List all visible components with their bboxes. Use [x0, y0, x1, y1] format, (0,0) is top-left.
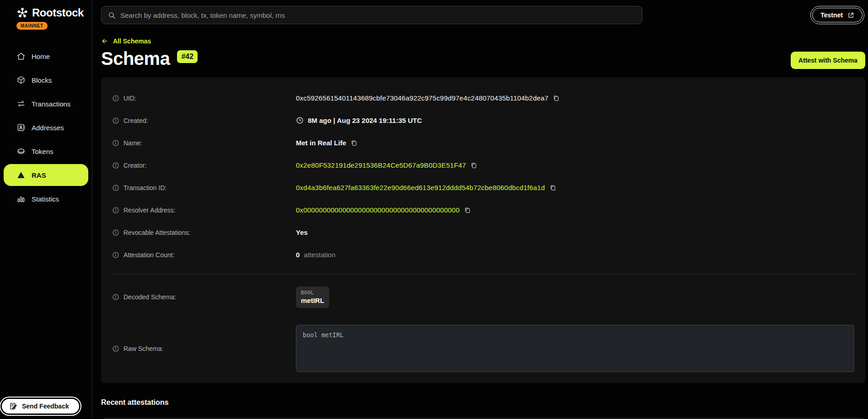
detail-row-created: Created: 8M ago | Aug 23 2024 19:11:35 U…	[112, 109, 854, 132]
network-badge: MAINNET	[16, 22, 48, 30]
attestation-count-suffix: attestation	[304, 251, 335, 259]
copy-icon[interactable]	[350, 139, 358, 147]
resolver-address-link[interactable]: 0x00000000000000000000000000000000000000…	[296, 206, 460, 214]
sidebar-item-label: Home	[32, 53, 50, 60]
testnet-button[interactable]: Testnet	[812, 8, 863, 22]
detail-label: UID:	[123, 95, 136, 102]
ras-icon	[16, 170, 26, 180]
copy-icon[interactable]	[552, 95, 560, 102]
blocks-icon	[16, 75, 26, 85]
creator-address-link[interactable]: 0x2e80F532191de291536B24Ce5D67a9B0D3E51F…	[296, 161, 466, 169]
detail-row-creator: Creator: 0x2e80F532191de291536B24Ce5D67a…	[112, 154, 854, 176]
feedback-icon	[9, 402, 17, 410]
sidebar-item-label: Statistics	[32, 195, 59, 203]
name-value: Met in Real Life	[296, 139, 346, 147]
arrow-left-icon	[101, 37, 108, 45]
sidebar-item-label: RAS	[32, 171, 46, 179]
created-value: 8M ago | Aug 23 2024 19:11:35 UTC	[308, 117, 422, 124]
attest-with-schema-button[interactable]: Attest with Schema	[791, 52, 865, 69]
info-icon	[112, 117, 119, 124]
transaction-id-link[interactable]: 0xd4a3b6fea627fa63363fe22e90d66ed613e912…	[296, 184, 545, 191]
addresses-icon	[16, 123, 26, 132]
sidebar-item-addresses[interactable]: Addresses	[4, 117, 88, 138]
revocable-value: Yes	[296, 228, 308, 236]
schema-field-name: metIRL	[301, 297, 324, 304]
detail-row-attestation-count: Attestation Count: 0 attestation	[112, 244, 854, 266]
brand-block: Rootstock MAINNET	[0, 6, 92, 30]
info-icon	[112, 293, 119, 301]
title-row: Schema #42 Attest with Schema	[101, 48, 865, 69]
copy-icon[interactable]	[549, 184, 557, 191]
page-title: Schema	[101, 48, 170, 69]
sidebar-item-label: Transactions	[32, 100, 70, 108]
detail-label: Decoded Schema:	[123, 293, 176, 301]
attestation-count-value: 0	[296, 251, 300, 259]
detail-row-raw-schema: Raw Schema: bool metIRL	[112, 325, 854, 372]
info-icon	[112, 229, 119, 236]
sidebar-item-transactions[interactable]: Transactions	[4, 93, 88, 115]
detail-label: Revocable Attestations:	[123, 229, 190, 236]
info-icon	[112, 139, 119, 147]
info-icon	[112, 162, 119, 169]
clock-icon	[296, 117, 304, 124]
schema-number-badge: #42	[177, 50, 198, 63]
back-link-label: All Schemas	[113, 37, 151, 45]
info-icon	[112, 95, 119, 102]
rootstock-logo-icon	[16, 7, 28, 19]
detail-label: Created:	[123, 117, 148, 124]
schema-field-type: BOOL	[301, 290, 324, 296]
testnet-label: Testnet	[820, 11, 843, 19]
sidebar-item-ras[interactable]: RAS	[4, 164, 88, 186]
detail-label: Raw Schema:	[123, 345, 163, 352]
topbar: Testnet	[101, 0, 865, 24]
tokens-icon	[16, 147, 26, 156]
statistics-icon	[16, 194, 26, 203]
info-icon	[112, 184, 119, 191]
detail-label: Creator:	[123, 162, 147, 169]
sidebar-item-statistics[interactable]: Statistics	[4, 188, 88, 210]
detail-row-uid: UID: 0xc59265615401143689cbfe73046a922c9…	[112, 87, 854, 109]
uid-value: 0xc59265615401143689cbfe73046a922c975c99…	[296, 94, 548, 102]
search-box[interactable]	[101, 6, 643, 24]
sidebar-item-tokens[interactable]: Tokens	[4, 140, 88, 162]
external-link-icon	[847, 12, 854, 19]
send-feedback-button[interactable]: Send Feedback	[2, 399, 79, 414]
sidebar-item-label: Blocks	[32, 76, 52, 84]
decoded-schema-chip: BOOL metIRL	[296, 286, 329, 308]
schema-details-panel: UID: 0xc59265615401143689cbfe73046a922c9…	[101, 77, 865, 383]
brand-name: Rootstock	[32, 6, 84, 19]
sidebar: Rootstock MAINNET Home Blocks	[0, 0, 92, 419]
sidebar-item-home[interactable]: Home	[4, 45, 88, 67]
panel-divider	[112, 274, 854, 275]
sidebar-item-label: Addresses	[32, 124, 64, 132]
detail-row-decoded-schema: Decoded Schema: BOOL metIRL	[112, 281, 854, 313]
info-icon	[112, 345, 119, 352]
feedback-label: Send Feedback	[22, 403, 69, 410]
sidebar-nav: Home Blocks Transactions	[0, 45, 92, 210]
copy-icon[interactable]	[470, 162, 477, 169]
transactions-icon	[16, 99, 26, 108]
search-icon	[108, 11, 116, 19]
detail-label: Name:	[123, 139, 142, 147]
detail-label: Transaction ID:	[123, 184, 166, 191]
sidebar-item-blocks[interactable]: Blocks	[4, 69, 88, 91]
detail-label: Attestation Count:	[123, 251, 174, 259]
detail-row-revocable: Revocable Attestations: Yes	[112, 221, 854, 244]
recent-attestations-title: Recent attestations	[101, 398, 865, 407]
detail-label: Resolver Address:	[123, 207, 176, 214]
detail-row-transaction-id: Transaction ID: 0xd4a3b6fea627fa63363fe2…	[112, 176, 854, 199]
home-icon	[16, 52, 26, 61]
info-icon	[112, 251, 119, 259]
copy-icon[interactable]	[464, 207, 471, 214]
raw-schema-textarea[interactable]: bool metIRL	[296, 325, 854, 372]
info-icon	[112, 207, 119, 214]
detail-row-resolver-address: Resolver Address: 0x00000000000000000000…	[112, 199, 854, 221]
main-content: Testnet All Schemas Schema #42 Attest wi…	[92, 0, 868, 419]
sidebar-item-label: Tokens	[32, 148, 54, 155]
search-input[interactable]	[120, 11, 636, 19]
detail-row-name: Name: Met in Real Life	[112, 132, 854, 154]
back-to-all-schemas-link[interactable]: All Schemas	[101, 37, 151, 45]
